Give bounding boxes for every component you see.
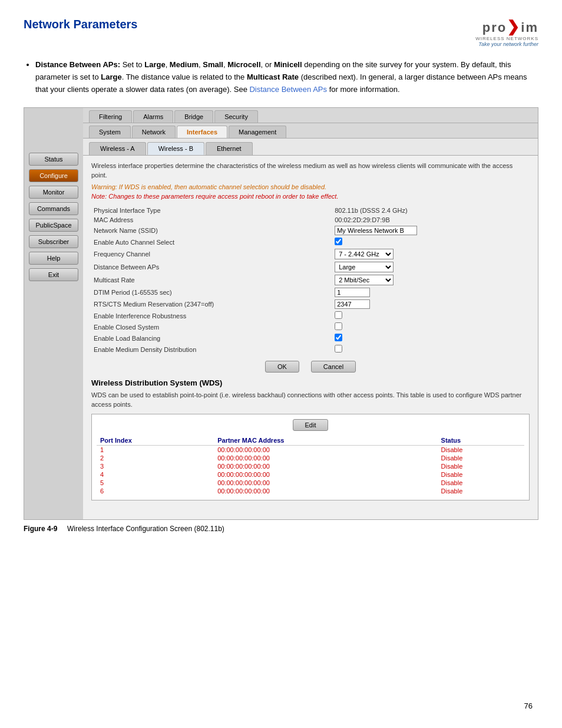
content-area: Filtering Alarms Bridge Security System …: [83, 108, 538, 519]
field-label-rts: RTS/CTS Medium Reservation (2347=off): [91, 298, 332, 310]
page-header: Network Parameters pro❯im WIRELESS NETWO…: [24, 18, 538, 47]
dtim-input[interactable]: [335, 288, 370, 297]
field-label-ssid: Network Name (SSID): [91, 225, 332, 236]
distance-link[interactable]: Distance Between APs: [249, 85, 327, 94]
closed-system-checkbox[interactable]: [335, 322, 342, 330]
multicast-rate-label: Multicast Rate: [247, 73, 299, 81]
sidebar-item-publicspace[interactable]: PublicSpace: [29, 219, 78, 232]
table-row: RTS/CTS Medium Reservation (2347=off): [91, 298, 530, 310]
ok-button[interactable]: OK: [265, 361, 299, 373]
sidebar-item-subscriber[interactable]: Subscriber: [29, 235, 78, 248]
medium-density-checkbox[interactable]: [335, 345, 342, 353]
wds-table-row: 2 00:00:00:00:00:00 Disable: [97, 454, 524, 462]
wds-status: Disable: [438, 454, 524, 462]
wds-table-container: Edit Port Index Partner MAC Address Stat…: [91, 414, 530, 500]
table-row: DTIM Period (1-65535 sec): [91, 286, 530, 298]
minicell-label: Minicell: [274, 60, 302, 69]
field-label-multicast: Multicast Rate: [91, 274, 332, 286]
table-row: Enable Auto Channel Select: [91, 236, 530, 248]
sidebar-item-status[interactable]: Status: [29, 153, 78, 166]
wds-port: 4: [97, 470, 214, 479]
table-row: Enable Interference Robustness: [91, 310, 530, 321]
wds-status: Disable: [438, 445, 524, 454]
table-row: Distance Between APs Large Medium Small …: [91, 261, 530, 274]
wds-port: 3: [97, 462, 214, 470]
note-text: Note: Changes to these parameters requir…: [91, 193, 530, 200]
sidebar-item-monitor[interactable]: Monitor: [29, 186, 78, 199]
wds-col-status: Status: [438, 436, 524, 446]
ssid-input[interactable]: [335, 226, 417, 235]
tab-bar-top: Filtering Alarms Bridge Security: [83, 108, 538, 123]
field-value-physical: 802.11b (DSSS 2.4 GHz): [332, 206, 530, 215]
field-value-mac: 00:02:2D:29:D7:9B: [332, 215, 530, 225]
logo-im: im: [521, 20, 538, 35]
field-label-distance: Distance Between APs: [91, 261, 332, 274]
wds-port: 5: [97, 479, 214, 487]
wds-mac: 00:00:00:00:00:00: [214, 487, 437, 495]
tab-alarms[interactable]: Alarms: [133, 110, 173, 123]
tab-system[interactable]: System: [89, 126, 131, 138]
interface-tabs: Wireless - A Wireless - B Ethernet: [83, 139, 538, 156]
default-large: Large: [101, 73, 121, 81]
figure-caption: Figure 4-9 Wireless Interface Configurat…: [24, 525, 538, 533]
sidebar: Status Configure Monitor Commands Public…: [24, 108, 83, 519]
logo-area: pro❯im WIRELESS NETWORKS Take your netwo…: [475, 18, 538, 47]
field-label-mac: MAC Address: [91, 215, 332, 225]
wds-status: Disable: [438, 487, 524, 495]
warning-text: Warning: If WDS is enabled, then automat…: [91, 183, 530, 190]
rts-input[interactable]: [335, 299, 370, 309]
wds-table-row: 1 00:00:00:00:00:00 Disable: [97, 445, 524, 454]
wds-table-row: 3 00:00:00:00:00:00 Disable: [97, 462, 524, 470]
tab-filtering[interactable]: Filtering: [89, 110, 132, 123]
wds-table-row: 5 00:00:00:00:00:00 Disable: [97, 479, 524, 487]
field-label-load-balancing: Enable Load Balancing: [91, 332, 332, 344]
tab-interfaces[interactable]: Interfaces: [177, 126, 227, 138]
wds-status: Disable: [438, 462, 524, 470]
field-label-medium-density: Enable Medium Density Distribution: [91, 344, 332, 355]
table-row: Physical Interface Type 802.11b (DSSS 2.…: [91, 206, 530, 215]
field-label-auto-channel: Enable Auto Channel Select: [91, 236, 332, 248]
distance-select[interactable]: Large Medium Small Microcell Minicell: [335, 262, 394, 272]
wds-col-port: Port Index: [97, 436, 214, 446]
logo-text: pro❯im: [475, 18, 538, 36]
wds-port: 6: [97, 487, 214, 495]
tab-wireless-b[interactable]: Wireless - B: [147, 142, 204, 155]
logo-tagline: Take your network further: [475, 41, 538, 47]
freq-channel-select[interactable]: 7 - 2.442 GHz: [335, 249, 394, 259]
field-label-physical: Physical Interface Type: [91, 206, 332, 215]
tab-bridge[interactable]: Bridge: [174, 110, 213, 123]
wds-mac: 00:00:00:00:00:00: [214, 454, 437, 462]
sidebar-item-exit[interactable]: Exit: [29, 268, 78, 281]
tab-security[interactable]: Security: [214, 110, 258, 123]
wds-status: Disable: [438, 470, 524, 479]
edit-btn-row: Edit: [97, 419, 524, 431]
field-label-freq: Frequency Channel: [91, 248, 332, 261]
intro-text: Distance Between APs: Set to Large, Medi…: [24, 59, 538, 95]
sidebar-item-configure[interactable]: Configure: [29, 169, 78, 182]
table-row: Frequency Channel 7 - 2.442 GHz: [91, 248, 530, 261]
load-balancing-checkbox[interactable]: [335, 334, 342, 341]
tab-network[interactable]: Network: [132, 126, 176, 138]
logo-arrow: ❯: [507, 18, 521, 35]
multicast-rate-select[interactable]: 2 Mbit/Sec: [335, 275, 394, 285]
field-label-interference: Enable Interference Robustness: [91, 310, 332, 321]
logo-sub: WIRELESS NETWORKS: [475, 36, 538, 41]
figure-label: Figure 4-9: [24, 525, 57, 533]
page-title: Network Parameters: [24, 18, 137, 31]
table-row: Enable Medium Density Distribution: [91, 344, 530, 355]
wds-mac: 00:00:00:00:00:00: [214, 479, 437, 487]
cancel-button[interactable]: Cancel: [311, 361, 356, 373]
wds-table-row: 4 00:00:00:00:00:00 Disable: [97, 470, 524, 479]
tab-ethernet[interactable]: Ethernet: [206, 142, 253, 155]
sidebar-item-commands[interactable]: Commands: [29, 202, 78, 215]
auto-channel-checkbox[interactable]: [335, 238, 342, 245]
tab-management[interactable]: Management: [229, 126, 286, 138]
table-row: Multicast Rate 2 Mbit/Sec: [91, 274, 530, 286]
microcell-label: Microcell: [227, 60, 260, 69]
sidebar-item-help[interactable]: Help: [29, 252, 78, 265]
wds-edit-button[interactable]: Edit: [293, 419, 329, 431]
interference-checkbox[interactable]: [335, 311, 342, 319]
tab-wireless-a[interactable]: Wireless - A: [89, 142, 146, 155]
table-row: Enable Closed System: [91, 321, 530, 332]
wds-port: 2: [97, 454, 214, 462]
